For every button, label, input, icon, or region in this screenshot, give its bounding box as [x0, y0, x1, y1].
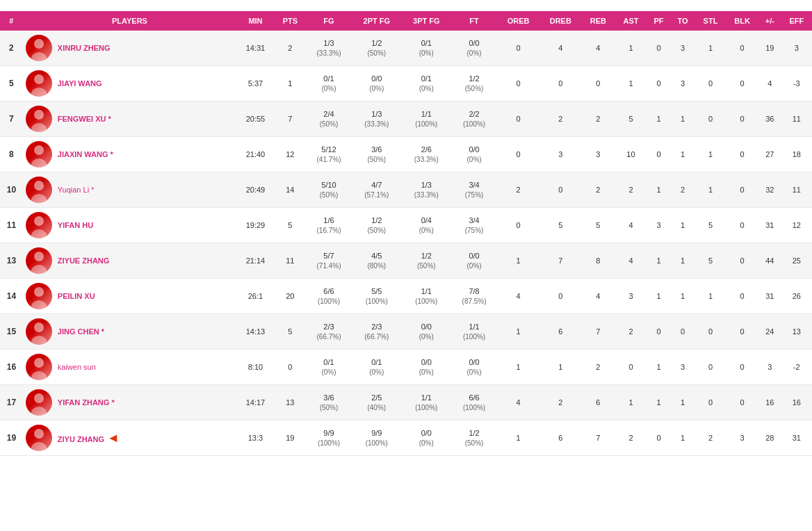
player-eff: 16	[781, 385, 812, 420]
player-pf: 1	[647, 350, 671, 385]
player-number: 10	[0, 172, 23, 208]
player-stl: 0	[695, 101, 726, 137]
player-ast: 1	[615, 66, 647, 101]
player-to: 3	[670, 31, 695, 66]
col-min: MIN	[236, 11, 275, 31]
player-reb: 0	[581, 66, 615, 101]
player-ast: 4	[615, 208, 647, 243]
col-dreb: DREB	[539, 11, 581, 31]
svg-point-17	[31, 336, 47, 345]
player-blk: 0	[726, 279, 758, 314]
player-fg2: 1/2(50%)	[352, 31, 401, 66]
player-oreb: 0	[497, 137, 539, 172]
player-plus-minus: 31	[758, 279, 781, 314]
player-pts: 5	[275, 314, 306, 350]
player-avatar	[26, 35, 52, 61]
player-to: 1	[670, 279, 695, 314]
player-pts: 5	[275, 208, 306, 243]
player-avatar	[26, 247, 52, 274]
player-dreb: 6	[539, 314, 581, 350]
player-pts: 14	[275, 172, 306, 208]
player-reb: 7	[581, 420, 615, 456]
player-avatar	[26, 318, 52, 345]
player-fg3: 1/2(50%)	[402, 243, 451, 279]
player-fg3: 0/1(0%)	[402, 66, 451, 101]
col-fg2: 2PT FG	[352, 11, 401, 31]
player-pf: 0	[647, 420, 671, 456]
player-oreb: 0	[497, 101, 539, 137]
player-cell: kaiwen sun	[23, 350, 236, 385]
player-oreb: 1	[497, 243, 539, 279]
player-fg3: 1/1(100%)	[402, 385, 451, 420]
player-fg3: 2/6(33.3%)	[402, 137, 451, 172]
player-plus-minus: 27	[758, 137, 781, 172]
player-ast: 2	[615, 172, 647, 208]
player-number: 13	[0, 243, 23, 279]
player-ft: 3/4(75%)	[451, 208, 497, 243]
svg-point-3	[31, 88, 47, 97]
player-dreb: 2	[539, 101, 581, 137]
player-plus-minus: 32	[758, 172, 781, 208]
col-number: #	[0, 11, 23, 31]
player-dreb: 7	[539, 243, 581, 279]
player-eff: 12	[781, 208, 812, 243]
player-to: 3	[670, 350, 695, 385]
player-min: 26:1	[236, 279, 275, 314]
player-name: XINRU ZHENG	[58, 44, 111, 52]
player-fg: 5/10(50%)	[306, 172, 352, 208]
player-plus-minus: 31	[758, 208, 781, 243]
player-blk: 0	[726, 172, 758, 208]
player-name: Yuqian Li *	[58, 186, 95, 194]
table-row: 17 YIFAN ZHANG * 14:17 13 3/6(50%) 2/5(4…	[0, 385, 812, 420]
player-eff: 11	[781, 172, 812, 208]
player-cell: XINRU ZHENG	[23, 31, 236, 66]
player-ft: 1/2(50%)	[451, 66, 497, 101]
player-reb: 2	[581, 350, 615, 385]
player-pts: 13	[275, 385, 306, 420]
table-row: 7 FENGWEI XU * 20:55 7 2/4(50%) 1/3(33.3…	[0, 101, 812, 137]
svg-point-5	[31, 123, 47, 132]
player-oreb: 0	[497, 31, 539, 66]
player-name: PEILIN XU	[58, 292, 95, 300]
player-oreb: 1	[497, 420, 539, 456]
player-cell: PEILIN XU	[23, 279, 236, 314]
svg-point-6	[34, 145, 44, 155]
player-ft: 0/0(0%)	[451, 31, 497, 66]
player-fg2: 4/5(80%)	[352, 243, 401, 279]
svg-point-14	[34, 287, 44, 297]
player-fg: 5/12(41.7%)	[306, 137, 352, 172]
player-plus-minus: 16	[758, 385, 781, 420]
player-pts: 7	[275, 101, 306, 137]
player-min: 14:13	[236, 314, 275, 350]
player-ft: 6/6(100%)	[451, 385, 497, 420]
player-dreb: 3	[539, 137, 581, 172]
player-ft: 1/1(100%)	[451, 314, 497, 350]
player-fg: 5/7(71.4%)	[306, 243, 352, 279]
player-number: 11	[0, 208, 23, 243]
player-fg3: 0/0(0%)	[402, 420, 451, 456]
table-row: 2 XINRU ZHENG 14:31 2 1/3(33.3%) 1/2(50%…	[0, 31, 812, 66]
player-fg2: 0/0(0%)	[352, 66, 401, 101]
col-reb: REB	[581, 11, 615, 31]
player-number: 17	[0, 385, 23, 420]
svg-point-22	[34, 429, 44, 439]
col-ft: FT	[451, 11, 497, 31]
player-ast: 3	[615, 279, 647, 314]
player-cell: ZIYU ZHANG◄	[23, 420, 236, 456]
player-oreb: 4	[497, 279, 539, 314]
svg-point-7	[31, 158, 47, 168]
player-fg3: 0/4(0%)	[402, 208, 451, 243]
player-reb: 5	[581, 208, 615, 243]
col-fg3: 3PT FG	[402, 11, 451, 31]
player-to: 2	[670, 172, 695, 208]
player-avatar	[26, 354, 52, 380]
player-plus-minus: 4	[758, 66, 781, 101]
player-fg2: 9/9(100%)	[352, 420, 401, 456]
player-to: 1	[670, 101, 695, 137]
player-oreb: 1	[497, 350, 539, 385]
col-ast: AST	[615, 11, 647, 31]
player-stl: 0	[695, 66, 726, 101]
player-dreb: 1	[539, 350, 581, 385]
player-pts: 12	[275, 137, 306, 172]
player-name: FENGWEI XU *	[58, 115, 111, 123]
